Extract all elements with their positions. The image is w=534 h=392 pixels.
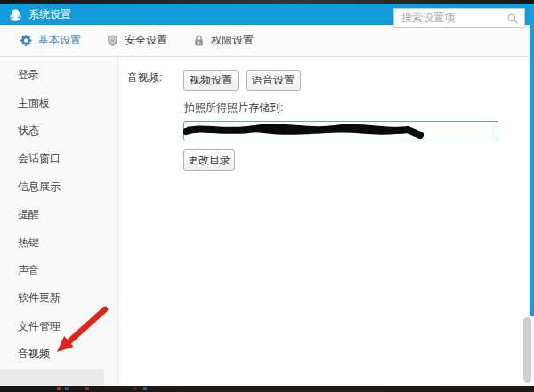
sidebar-item-label: 登录 (18, 68, 39, 83)
gear-icon (20, 34, 33, 47)
sidebar-item-main-panel[interactable]: 主面板 (0, 89, 117, 116)
sidebar-item-label: 主面板 (18, 96, 50, 111)
sidebar-item-label: 文件管理 (18, 319, 61, 334)
window-title: 系统设置 (28, 7, 71, 22)
change-directory-button[interactable]: 更改目录 (183, 149, 235, 171)
right-window-edge (530, 4, 534, 316)
taskbar-pixel (143, 387, 147, 390)
tab-permission-settings-label: 权限设置 (211, 33, 254, 48)
sidebar-item-label: 信息展示 (18, 180, 61, 195)
scrollbar-thumb[interactable] (523, 317, 531, 383)
sidebar-item-session-window[interactable]: 会话窗口 (0, 145, 117, 172)
taskbar-pixel (134, 387, 137, 390)
desktop-taskbar-edge (0, 386, 534, 392)
sidebar-item-label: 热键 (18, 236, 39, 251)
search-icon[interactable] (506, 12, 519, 25)
sidebar-item-label: 声音 (18, 263, 39, 278)
settings-tabbar: 基本设置 安全设置 权限设置 (0, 25, 534, 57)
tab-security-settings[interactable]: 安全设置 (106, 33, 167, 48)
search-settings-input[interactable] (394, 9, 499, 27)
sidebar-item-label: 状态 (18, 124, 39, 139)
sidebar-item-label: 软件更新 (18, 291, 61, 306)
photo-storage-label: 拍照所得照片存储到: (184, 100, 283, 116)
sidebar-item-label: 提醒 (18, 207, 39, 222)
section-label-audio-video: 音视频: (127, 70, 162, 85)
sidebar-item-software-update[interactable]: 软件更新 (0, 284, 117, 312)
taskbar-pixel (85, 387, 89, 390)
photo-storage-path-input[interactable] (183, 121, 498, 140)
lock-icon (192, 34, 206, 47)
voice-settings-button[interactable]: 语音设置 (246, 70, 301, 91)
video-settings-button[interactable]: 视频设置 (183, 70, 239, 91)
sidebar-item-info-display[interactable]: 信息展示 (0, 173, 117, 201)
sidebar-item-audio-video[interactable]: 音视频 (0, 340, 117, 368)
taskbar-pixel (65, 387, 69, 390)
tab-basic-settings[interactable]: 基本设置 (20, 33, 81, 48)
sidebar-item-sound[interactable]: 声音 (0, 257, 117, 284)
settings-content-panel: 音视频: 视频设置 语音设置 拍照所得照片存储到: 更改目录 (119, 57, 529, 386)
shield-icon (106, 34, 119, 47)
sidebar-footer-block (0, 369, 104, 386)
sidebar-item-hotkeys[interactable]: 热键 (0, 228, 117, 256)
settings-sidebar: 登录 主面板 状态 会话窗口 信息展示 提醒 热键 声音 软件更新 文件管理 音… (0, 57, 118, 386)
sidebar-item-file-management[interactable]: 文件管理 (0, 313, 117, 340)
sidebar-item-status[interactable]: 状态 (0, 117, 117, 145)
taskbar-pixel (57, 387, 61, 390)
sidebar-item-reminder[interactable]: 提醒 (0, 201, 117, 228)
qq-penguin-icon (9, 8, 22, 21)
sidebar-item-login[interactable]: 登录 (0, 61, 117, 89)
sidebar-item-label: 会话窗口 (18, 151, 61, 166)
tab-security-settings-label: 安全设置 (125, 33, 167, 48)
tab-permission-settings[interactable]: 权限设置 (192, 33, 254, 48)
sidebar-item-label: 音视频 (18, 347, 50, 362)
tab-basic-settings-label: 基本设置 (38, 33, 81, 48)
search-settings-box (393, 8, 525, 28)
